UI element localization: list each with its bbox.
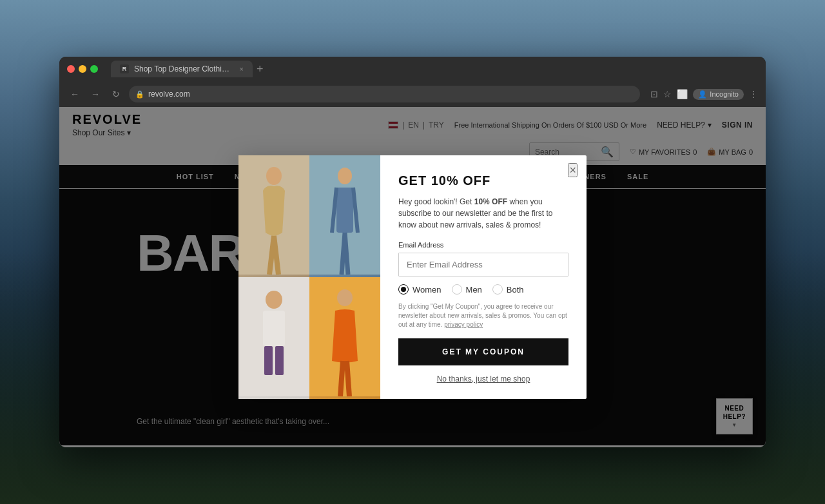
modal-image-4 <box>309 277 380 399</box>
radio-women-circle[interactable] <box>398 284 409 295</box>
no-thanks-link[interactable]: No thanks, just let me shop <box>398 374 568 383</box>
email-input[interactable] <box>398 253 568 276</box>
radio-men[interactable]: Men <box>452 284 482 295</box>
tab-close-button[interactable]: × <box>240 65 244 73</box>
gender-radio-group: Women Men Both <box>398 284 568 295</box>
privacy-policy-link[interactable]: privacy policy <box>444 321 483 328</box>
coupon-modal: × GET 10% OFF Hey good lookin'! Get 10% … <box>238 155 587 399</box>
svg-point-3 <box>338 168 352 184</box>
modal-form: × GET 10% OFF Hey good lookin'! Get 10% … <box>380 155 587 399</box>
incognito-avatar: 👤 <box>698 90 707 99</box>
svg-rect-9 <box>275 346 284 375</box>
cast-icon[interactable]: ⊡ <box>650 89 658 99</box>
modal-image-1 <box>238 155 309 277</box>
tab-title: Shop Top Designer Clothing Br... <box>134 64 232 73</box>
svg-point-6 <box>266 291 282 309</box>
url-text: revolve.com <box>148 90 190 99</box>
terms-text: By clicking "Get My Coupon", you agree t… <box>398 302 568 329</box>
close-window-button[interactable] <box>67 65 75 73</box>
bookmark-icon[interactable]: ☆ <box>663 89 672 99</box>
website-content: REVOLVE Shop Our Sites ▾ | EN | TRY Free… <box>59 107 766 447</box>
radio-both[interactable]: Both <box>492 284 524 295</box>
minimize-window-button[interactable] <box>79 65 86 73</box>
modal-close-button[interactable]: × <box>568 163 578 177</box>
lock-icon: 🔒 <box>135 90 144 99</box>
back-button[interactable]: ← <box>67 86 82 102</box>
radio-women[interactable]: Women <box>398 284 442 295</box>
get-coupon-button[interactable]: GET MY COUPON <box>398 338 568 365</box>
extensions-icon[interactable]: ⬜ <box>677 89 688 99</box>
modal-images <box>238 155 380 399</box>
email-label: Email Address <box>398 241 568 249</box>
radio-both-label: Both <box>507 285 524 295</box>
svg-rect-8 <box>264 346 273 375</box>
svg-point-1 <box>266 167 282 185</box>
radio-men-circle[interactable] <box>452 284 462 295</box>
title-bar: R Shop Top Designer Clothing Br... × + <box>59 57 766 81</box>
tab-bar: R Shop Top Designer Clothing Br... × + <box>111 61 758 77</box>
tab-favicon: R <box>120 64 129 73</box>
radio-both-circle[interactable] <box>492 284 503 295</box>
new-tab-button[interactable]: + <box>257 63 264 76</box>
svg-point-11 <box>337 289 353 306</box>
maximize-window-button[interactable] <box>90 65 98 73</box>
modal-overlay[interactable]: × GET 10% OFF Hey good lookin'! Get 10% … <box>59 107 766 447</box>
radio-women-dot <box>401 287 406 292</box>
incognito-badge: 👤 Incognito <box>693 89 744 100</box>
browser-action-buttons: ⊡ ☆ ⬜ 👤 Incognito ⋮ <box>650 89 758 100</box>
forward-button[interactable]: → <box>88 86 103 102</box>
modal-discount: 10% OFF <box>474 197 507 206</box>
modal-image-2 <box>309 155 380 277</box>
more-options-icon[interactable]: ⋮ <box>749 89 758 99</box>
address-bar[interactable]: 🔒 revolve.com <box>129 86 640 102</box>
reload-button[interactable]: ↻ <box>108 86 124 102</box>
modal-title: GET 10% OFF <box>398 173 568 188</box>
radio-men-label: Men <box>466 285 482 295</box>
incognito-label: Incognito <box>710 90 739 98</box>
radio-women-label: Women <box>412 285 442 295</box>
browser-tab[interactable]: R Shop Top Designer Clothing Br... × <box>111 61 253 77</box>
browser-controls: ← → ↻ 🔒 revolve.com ⊡ ☆ ⬜ 👤 Incognito ⋮ <box>59 81 766 107</box>
modal-desc-pre: Hey good lookin'! Get <box>398 197 474 206</box>
traffic-lights <box>67 65 98 73</box>
svg-rect-7 <box>263 311 285 346</box>
modal-image-3 <box>238 277 309 399</box>
svg-rect-4 <box>336 188 353 233</box>
browser-window: R Shop Top Designer Clothing Br... × + ←… <box>59 57 766 447</box>
modal-description: Hey good lookin'! Get 10% OFF when you s… <box>398 196 568 231</box>
